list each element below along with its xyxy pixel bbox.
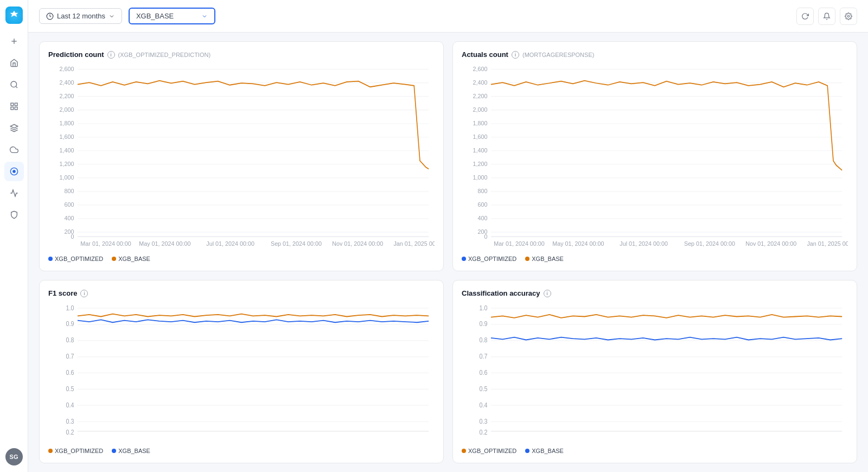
actuals-count-legend: XGB_OPTIMIZED XGB_BASE <box>462 256 848 262</box>
clock-icon <box>46 12 54 20</box>
class-acc-dot-yellow <box>462 449 466 453</box>
prediction-count-info-icon[interactable]: i <box>107 51 115 59</box>
prediction-count-title: Prediction count i (XGB_OPTIMIZED_PREDIC… <box>48 50 435 59</box>
svg-text:0.3: 0.3 <box>66 418 74 425</box>
f1-legend-dot-blue <box>112 449 116 453</box>
svg-text:400: 400 <box>477 214 487 221</box>
prediction-count-legend: XGB_OPTIMIZED XGB_BASE <box>48 256 435 262</box>
search-icon[interactable] <box>4 75 24 94</box>
actuals-count-svg: 2,600 2,400 2,200 2,000 1,800 1,600 1,40… <box>462 63 848 252</box>
svg-text:1,200: 1,200 <box>473 160 487 167</box>
svg-text:600: 600 <box>64 201 74 208</box>
cloud-icon[interactable] <box>4 140 24 160</box>
svg-text:2,000: 2,000 <box>59 106 74 112</box>
svg-text:800: 800 <box>477 187 487 194</box>
svg-text:Jan 01, 2025 00:00: Jan 01, 2025 00:00 <box>807 240 848 247</box>
svg-text:1,000: 1,000 <box>473 174 487 181</box>
svg-text:0.2: 0.2 <box>66 429 74 436</box>
classification-accuracy-svg: 1.0 0.9 0.8 0.7 0.6 0.5 0.4 0.3 0.2 <box>462 302 848 444</box>
charts-area: Prediction count i (XGB_OPTIMIZED_PREDIC… <box>28 33 868 472</box>
actuals-count-title: Actuals count i (MORTGAGERESPONSE) <box>462 50 848 59</box>
home-icon[interactable] <box>4 53 24 73</box>
add-button[interactable] <box>4 31 24 51</box>
svg-text:Jul 01, 2024 00:00: Jul 01, 2024 00:00 <box>206 240 254 247</box>
svg-text:2,000: 2,000 <box>473 106 487 112</box>
svg-text:2,200: 2,200 <box>59 93 74 99</box>
refresh-button[interactable] <box>796 8 814 25</box>
svg-rect-6 <box>11 107 14 110</box>
svg-text:2,400: 2,400 <box>473 79 487 85</box>
svg-text:Nov 01, 2024 00:00: Nov 01, 2024 00:00 <box>745 240 796 247</box>
layers-icon[interactable] <box>4 118 24 138</box>
user-avatar[interactable]: SG <box>5 448 23 465</box>
svg-text:Sep 01, 2024 00:00: Sep 01, 2024 00:00 <box>271 240 322 247</box>
grid-icon[interactable] <box>4 97 24 116</box>
f1-score-title: F1 score i <box>48 289 435 297</box>
settings-button[interactable] <box>840 8 857 25</box>
legend-dot-yellow <box>112 257 116 261</box>
svg-text:Jul 01, 2024 00:00: Jul 01, 2024 00:00 <box>620 240 668 247</box>
legend-xgb-base: XGB_BASE <box>112 256 150 262</box>
svg-text:0.8: 0.8 <box>66 337 74 344</box>
actuals-count-card: Actuals count i (MORTGAGERESPONSE) <box>452 41 857 271</box>
f1-score-svg: 1.0 0.9 0.8 0.7 0.6 0.5 0.4 0.3 0.2 <box>48 302 435 444</box>
activity-icon[interactable] <box>4 183 24 203</box>
actuals-count-info-icon[interactable]: i <box>512 51 519 59</box>
classification-accuracy-card: Classification accuracy i 1.0 0.9 <box>452 280 857 463</box>
svg-text:1.0: 1.0 <box>66 304 74 311</box>
legend-dot-blue <box>48 257 53 261</box>
svg-point-12 <box>13 170 15 173</box>
classification-accuracy-info-icon[interactable]: i <box>544 290 551 297</box>
shield-icon[interactable] <box>4 205 24 225</box>
notifications-button[interactable] <box>818 8 835 25</box>
svg-text:0.9: 0.9 <box>479 321 487 328</box>
model-chevron-icon <box>201 13 208 20</box>
model-selector[interactable]: XGB_BASE <box>129 8 215 24</box>
svg-point-2 <box>11 81 17 87</box>
svg-text:Jan 01, 2025 00:00: Jan 01, 2025 00:00 <box>393 240 435 247</box>
svg-text:Mar 01, 2024 00:00: Mar 01, 2024 00:00 <box>494 240 545 247</box>
prediction-count-chart: 2,600 2,400 2,200 2,000 1,800 1,600 1,40… <box>48 63 435 252</box>
class-acc-dot-blue <box>525 449 529 453</box>
svg-text:1,400: 1,400 <box>59 147 74 154</box>
class-acc-legend-yellow: XGB_OPTIMIZED <box>462 448 516 454</box>
svg-text:1,400: 1,400 <box>473 147 487 154</box>
classification-accuracy-title: Classification accuracy i <box>462 289 848 297</box>
svg-text:0: 0 <box>71 233 74 239</box>
svg-text:0.5: 0.5 <box>66 386 74 393</box>
svg-text:2,400: 2,400 <box>59 79 74 85</box>
svg-text:May 01, 2024 00:00: May 01, 2024 00:00 <box>552 240 604 247</box>
svg-text:0.5: 0.5 <box>479 386 487 393</box>
f1-score-info-icon[interactable]: i <box>80 290 88 297</box>
svg-text:1.0: 1.0 <box>479 304 487 311</box>
svg-text:0.9: 0.9 <box>66 321 74 328</box>
svg-text:0.6: 0.6 <box>479 369 487 377</box>
classification-accuracy-legend: XGB_OPTIMIZED XGB_BASE <box>462 448 848 454</box>
svg-text:0.4: 0.4 <box>66 401 74 409</box>
svg-text:2,200: 2,200 <box>473 93 487 99</box>
svg-point-14 <box>847 15 850 17</box>
svg-rect-4 <box>11 103 14 106</box>
svg-text:Nov 01, 2024 00:00: Nov 01, 2024 00:00 <box>332 240 383 247</box>
svg-text:0: 0 <box>484 233 487 239</box>
f1-legend-dot-yellow <box>48 449 53 453</box>
sidebar: SG <box>0 0 28 472</box>
time-filter[interactable]: Last 12 months <box>39 8 122 24</box>
svg-text:0.4: 0.4 <box>479 401 487 409</box>
legend-xgb-optimized: XGB_OPTIMIZED <box>48 256 103 262</box>
svg-text:0.3: 0.3 <box>479 418 487 425</box>
svg-text:1,600: 1,600 <box>473 133 487 139</box>
svg-text:Sep 01, 2024 00:00: Sep 01, 2024 00:00 <box>684 240 735 247</box>
prediction-count-svg: 2,600 2,400 2,200 2,000 1,800 1,600 1,40… <box>48 63 435 252</box>
svg-text:May 01, 2024 00:00: May 01, 2024 00:00 <box>139 240 190 247</box>
actuals-legend-xgb-base: XGB_BASE <box>525 256 564 262</box>
svg-rect-5 <box>15 103 17 106</box>
svg-text:2,600: 2,600 <box>473 66 487 72</box>
actuals-count-chart: 2,600 2,400 2,200 2,000 1,800 1,600 1,40… <box>462 63 848 252</box>
actuals-legend-dot-blue <box>462 257 466 261</box>
svg-text:2,600: 2,600 <box>59 66 74 72</box>
time-filter-label: Last 12 months <box>57 12 105 20</box>
deploy-icon[interactable] <box>4 162 24 181</box>
svg-line-3 <box>16 86 17 88</box>
model-value: XGB_BASE <box>136 12 174 20</box>
